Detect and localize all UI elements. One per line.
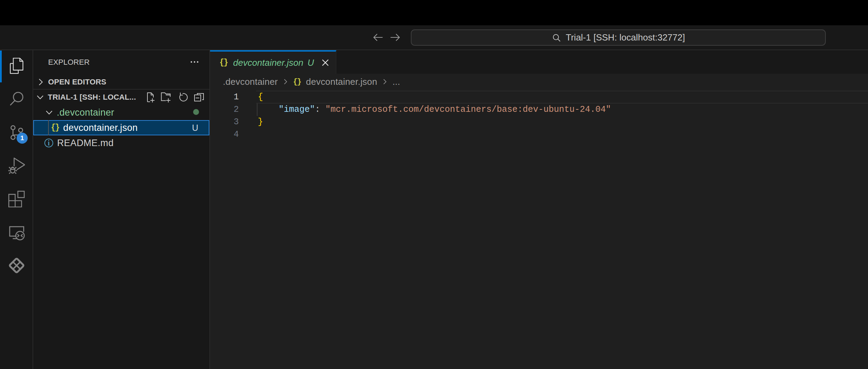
svg-text:i: i: [48, 139, 50, 147]
